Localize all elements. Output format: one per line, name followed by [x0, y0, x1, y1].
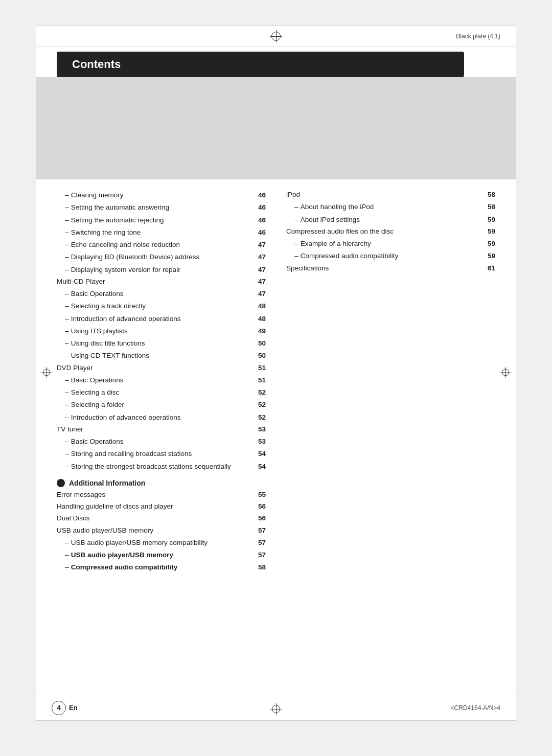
toc-dash: –	[65, 387, 69, 398]
toc-label: DVD Player	[57, 363, 255, 373]
toc-item: –Storing and recalling broadcast station…	[57, 448, 266, 459]
toc-dash: –	[65, 375, 69, 385]
toc-label: Basic Operations	[71, 437, 255, 447]
toc-page: 57	[258, 525, 266, 536]
toc-label: TV tuner	[57, 424, 255, 434]
toc-label: Clearing memory	[71, 190, 255, 200]
toc-label: Compressed audio files on the disc	[286, 226, 485, 237]
toc-dash: –	[65, 399, 69, 410]
toc-item: –Using disc title functions50	[57, 338, 266, 349]
toc-page: 58	[488, 202, 495, 212]
black-plate-label: Black plate (4,1)	[456, 33, 500, 40]
toc-label: Selecting a disc	[71, 387, 255, 398]
toc-item: –USB audio player/USB memory compatibili…	[57, 537, 266, 548]
toc-label: Example of a hierarchy	[301, 239, 485, 249]
toc-item: –Setting the automatic rejecting46	[57, 215, 266, 225]
toc-item: –Echo canceling and noise reduction47	[57, 239, 266, 250]
toc-label: Setting the automatic answering	[71, 202, 255, 213]
toc-page: 59	[488, 251, 495, 261]
toc-page: 52	[258, 400, 266, 410]
toc-item: –Using ITS playlists49	[57, 326, 266, 336]
toc-item: –Setting the automatic answering46	[57, 202, 266, 213]
toc-label: Dual Discs	[57, 513, 255, 523]
toc-label: Error messages	[57, 490, 255, 500]
toc-page: 56	[258, 513, 266, 523]
toc-label: Storing and recalling broadcast stations	[71, 449, 255, 459]
additional-info-section: Additional Information	[57, 479, 266, 487]
reg-mark-icon	[270, 30, 282, 42]
toc-dash: –	[294, 214, 298, 225]
toc-page: 59	[488, 239, 495, 249]
page: Black plate (4,1) Contents –Clearing mem…	[36, 26, 516, 721]
toc-item: –Selecting a track directly48	[57, 301, 266, 311]
toc-page: 48	[258, 301, 266, 311]
toc-page: 46	[258, 215, 266, 225]
toc-page: 50	[258, 338, 266, 349]
toc-item: iPod58	[286, 190, 495, 200]
left-reg-mark-icon	[41, 368, 52, 378]
toc-label: Basic Operations	[71, 375, 255, 385]
toc-dash: –	[294, 238, 298, 249]
toc-dash: –	[65, 326, 69, 336]
toc-dash: –	[65, 562, 69, 572]
toc-page: 52	[258, 413, 266, 423]
toc-page: 48	[258, 314, 266, 324]
toc-label: Setting the automatic rejecting	[71, 215, 255, 225]
toc-page: 59	[488, 226, 495, 237]
toc-label: USB audio player/USB memory	[71, 550, 255, 560]
toc-item: Dual Discs56	[57, 513, 266, 523]
toc-item: –Introduction of advanced operations48	[57, 313, 266, 324]
toc-dash: –	[65, 549, 69, 560]
toc-label: Storing the strongest broadcast stations…	[71, 462, 255, 472]
toc-page: 47	[258, 289, 266, 299]
toc-label: Handling guideline of discs and player	[57, 501, 255, 512]
toc-item: –About iPod settings59	[286, 214, 495, 225]
toc-page: 46	[258, 202, 266, 213]
toc-page: 55	[258, 490, 266, 500]
toc-item: DVD Player51	[57, 363, 266, 373]
toc-body: –Clearing memory46–Setting the automatic…	[36, 190, 516, 575]
toc-dash: –	[65, 412, 69, 423]
toc-page: 47	[258, 252, 266, 262]
toc-page: 51	[258, 363, 266, 373]
toc-item: Handling guideline of discs and player56	[57, 501, 266, 512]
toc-page: 46	[258, 227, 266, 238]
toc-item: TV tuner53	[57, 424, 266, 434]
toc-dash: –	[65, 202, 69, 213]
toc-label: Multi-CD Player	[57, 277, 255, 287]
toc-page: 47	[258, 240, 266, 250]
bottom-reg-mark-icon	[270, 703, 282, 715]
toc-label: Displaying system version for repair	[71, 265, 255, 275]
toc-item: Error messages55	[57, 490, 266, 500]
toc-label: Compressed audio compatibility	[301, 251, 485, 261]
toc-label: Introduction of advanced operations	[71, 314, 255, 324]
gray-area	[36, 77, 516, 179]
toc-item: –About handling the iPod58	[286, 201, 495, 212]
toc-dash: –	[65, 251, 69, 262]
toc-label: About handling the iPod	[301, 202, 485, 212]
toc-item: USB audio player/USB memory57	[57, 525, 266, 536]
toc-label: Selecting a track directly	[71, 301, 255, 311]
toc-item: –Switching the ring tone46	[57, 227, 266, 238]
toc-label: Using CD TEXT functions	[71, 351, 255, 361]
bottom-bar: 4 En <CRD4164-A/N>4	[36, 695, 516, 720]
additional-toc-list: Error messages55Handling guideline of di…	[57, 490, 266, 573]
toc-item: –Example of a hierarchy59	[286, 238, 495, 249]
toc-label: USB audio player/USB memory compatibilit…	[71, 538, 255, 548]
toc-item: –Basic Operations47	[57, 288, 266, 299]
toc-page: 54	[258, 462, 266, 472]
page-number-badge: 4	[52, 701, 66, 715]
right-toc-list: iPod58–About handling the iPod58–About i…	[286, 190, 495, 273]
toc-page: 49	[258, 326, 266, 336]
toc-label: Using ITS playlists	[71, 326, 255, 336]
toc-dash: –	[294, 250, 298, 261]
toc-page: 52	[258, 387, 266, 398]
toc-left-column: –Clearing memory46–Setting the automatic…	[57, 190, 281, 575]
toc-item: –Compressed audio compatibility58	[57, 562, 266, 572]
toc-label: Introduction of advanced operations	[71, 413, 255, 423]
toc-item: –Basic Operations53	[57, 436, 266, 447]
toc-dash: –	[65, 436, 69, 447]
toc-dash: –	[294, 201, 298, 212]
toc-page: 53	[258, 437, 266, 447]
toc-item: –Displaying BD (Bluetooth Device) addres…	[57, 251, 266, 262]
